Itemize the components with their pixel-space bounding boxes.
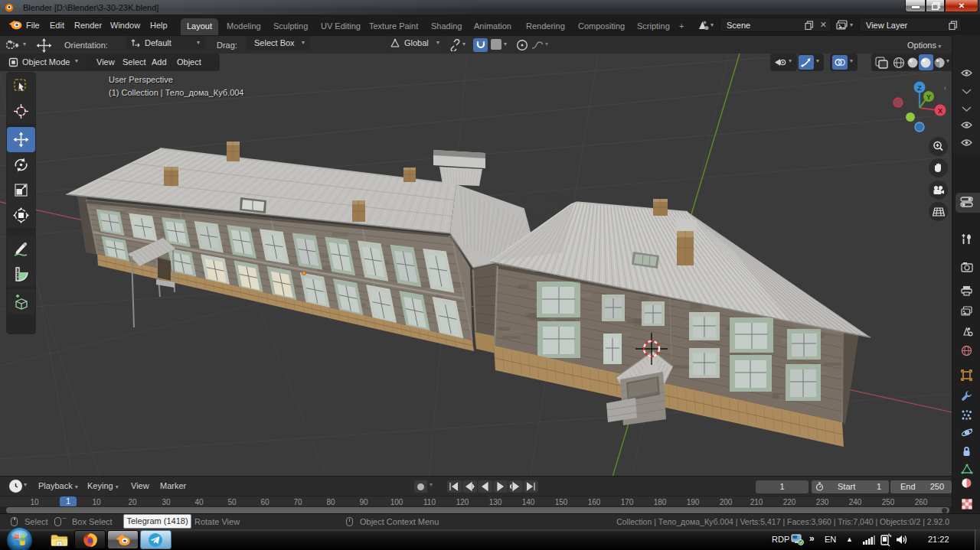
svg-text:Y: Y (926, 93, 931, 101)
svg-text:X: X (938, 107, 942, 115)
svg-text:Z: Z (917, 84, 922, 92)
